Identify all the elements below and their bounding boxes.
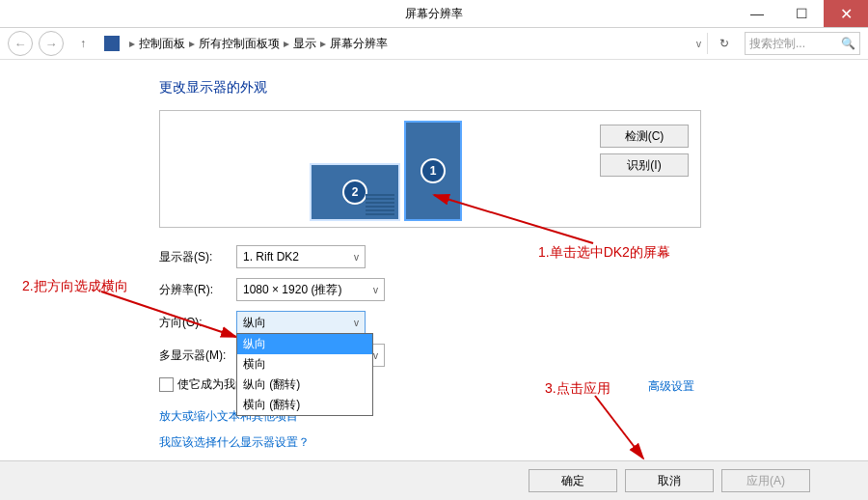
orientation-select[interactable]: 纵向 v 纵向 横向 纵向 (翻转) 横向 (翻转)	[236, 311, 366, 334]
breadcrumb-item[interactable]: 显示	[293, 36, 316, 52]
monitor-number: 2	[342, 180, 367, 205]
forward-button[interactable]: →	[39, 31, 64, 56]
orientation-option[interactable]: 纵向	[237, 334, 372, 354]
orientation-option[interactable]: 横向	[237, 354, 372, 375]
breadcrumb[interactable]: ▸ 控制面板 ▸ 所有控制面板项 ▸ 显示 ▸ 屏幕分辨率	[129, 36, 691, 52]
monitor-pattern	[366, 194, 394, 215]
apply-button[interactable]: 应用(A)	[721, 469, 810, 492]
refresh-icon[interactable]: ↻	[707, 33, 735, 54]
maximize-button[interactable]: ☐	[779, 0, 824, 27]
resolution-select[interactable]: 1080 × 1920 (推荐) v	[236, 278, 385, 301]
display-label: 显示器(S):	[159, 249, 236, 265]
back-button[interactable]: ←	[8, 31, 33, 56]
monitor-1[interactable]: 1	[404, 121, 462, 221]
monitor-2[interactable]: 2	[310, 163, 400, 221]
which-display-link[interactable]: 我应该选择什么显示器设置？	[159, 434, 868, 451]
identify-button[interactable]: 识别(I)	[600, 153, 689, 177]
window-title: 屏幕分辨率	[405, 6, 463, 22]
search-placeholder: 搜索控制...	[749, 36, 805, 52]
close-button[interactable]: ✕	[824, 0, 868, 27]
orientation-option[interactable]: 横向 (翻转)	[237, 395, 372, 415]
minimize-button[interactable]: —	[735, 0, 779, 27]
chevron-down-icon: v	[354, 252, 359, 263]
resolution-label: 分辨率(R):	[159, 282, 236, 298]
search-input[interactable]: 搜索控制... 🔍	[745, 32, 860, 55]
breadcrumb-item[interactable]: 屏幕分辨率	[330, 36, 388, 52]
make-primary-checkbox[interactable]	[159, 377, 174, 392]
cancel-button[interactable]: 取消	[625, 469, 714, 492]
display-select[interactable]: 1. Rift DK2 v	[236, 245, 366, 268]
chevron-down-icon[interactable]: v	[696, 39, 701, 49]
control-panel-icon	[104, 36, 120, 51]
multimonitor-label: 多显示器(M):	[159, 347, 236, 364]
search-icon: 🔍	[841, 37, 855, 50]
monitor-number: 1	[420, 158, 446, 183]
detect-button[interactable]: 检测(C)	[600, 125, 689, 148]
orientation-option[interactable]: 纵向 (翻转)	[237, 375, 372, 395]
orientation-dropdown: 纵向 横向 纵向 (翻转) 横向 (翻转)	[236, 333, 373, 416]
ok-button[interactable]: 确定	[529, 469, 617, 492]
advanced-settings-link[interactable]: 高级设置	[648, 378, 694, 395]
chevron-down-icon: v	[373, 285, 378, 295]
up-button[interactable]: ↑	[73, 34, 93, 53]
chevron-down-icon: v	[373, 350, 378, 361]
page-title: 更改显示器的外观	[159, 79, 868, 97]
display-preview: 2 1 检测(C) 识别(I)	[159, 110, 701, 228]
orientation-label: 方向(O):	[159, 315, 236, 331]
breadcrumb-item[interactable]: 所有控制面板项	[199, 36, 280, 52]
breadcrumb-item[interactable]: 控制面板	[139, 36, 185, 52]
chevron-down-icon: v	[354, 318, 359, 328]
